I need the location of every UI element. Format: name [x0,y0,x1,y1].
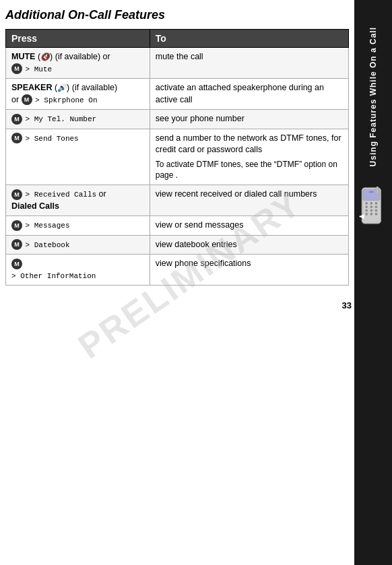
received-description: view recent received or dialed call numb… [156,189,317,199]
svg-point-14 [375,213,378,215]
sendtones-description: send a number to the network as DTMF ton… [156,133,341,155]
svg-rect-17 [360,216,364,218]
svg-rect-15 [376,187,379,195]
table-row: M > Other InforMation view phone specifi… [6,255,349,286]
svg-point-12 [365,213,368,215]
page-title: Additional On-Call Features [5,8,349,22]
to-cell-mytel: see your phone number [150,110,348,129]
table-row: M > My Tel. Number see your phone number [6,110,349,129]
page-number: 33 [0,300,352,310]
mute-icon-symbol: 🔇 [40,53,50,61]
to-cell-other: view phone specifications [150,255,348,286]
other-menu-text: > Other InforMation [11,272,96,280]
mute-label: MUTE [11,52,35,61]
svg-point-10 [370,209,373,212]
svg-point-5 [375,202,378,205]
datebook-description: view datebook entries [156,240,237,249]
sendtones-note: To activate DTMF tones, see the “DTMF” o… [156,159,343,182]
to-cell-messages: view or send messages [150,216,348,236]
sidebar: Using Features While On a Call [354,0,392,565]
to-cell-mute: mute the call [150,48,348,79]
press-cell-speaker: SPEAKER (🔊) (if available) or M > Spkrph… [6,79,150,110]
to-cell-received: view recent received or dialed call numb… [150,185,348,216]
svg-point-7 [370,206,373,209]
svg-point-11 [375,209,378,212]
svg-point-6 [365,206,368,209]
press-cell-received: M > Received Calls or Dialed Calls [6,185,150,216]
to-cell-sendtones: send a number to the network as DTMF ton… [150,129,348,185]
speaker-or: or [11,95,22,104]
col-header-to: To [150,30,348,48]
menu-icon-mute: M [11,63,22,74]
svg-point-13 [370,213,373,215]
col-header-press: Press [6,30,150,48]
received-or: or [99,189,106,199]
other-description: view phone specifications [156,259,251,268]
menu-icon-messages: M [11,220,22,231]
mute-menu-text: > Mute [25,65,52,73]
messages-description: view or send messages [156,220,244,230]
menu-icon-datebook: M [11,239,22,250]
svg-rect-2 [369,191,374,193]
received-menu-text: > Received Calls [25,191,96,199]
sendtones-menu-text: > Send Tones [25,135,78,143]
speaker-icon-symbol: 🔊 [57,84,67,92]
datebook-menu-text: > Datebook [25,241,69,249]
to-cell-datebook: view datebook entries [150,235,348,255]
menu-icon-received: M [11,189,22,200]
speaker-description: activate an attached speakerphone during… [156,83,324,104]
menu-icon-other: M [11,259,22,269]
speaker-label: SPEAKER [11,83,52,92]
dialed-calls-label: Dialed Calls [11,201,59,211]
menu-icon-sendtones: M [11,133,22,143]
features-table: Press To MUTE (🔇) (if available) or M > … [5,29,349,286]
mytel-description: see your phone number [156,114,244,123]
svg-point-9 [365,209,368,212]
press-cell-mute: MUTE (🔇) (if available) or M > Mute [6,48,150,79]
main-content: Additional On-Call Features Press To MUT… [0,0,354,294]
press-cell-datebook: M > Datebook [6,235,150,255]
press-cell-other: M > Other InforMation [6,255,150,286]
mute-description: mute the call [156,52,203,61]
speaker-menu-text: > Spkrphone On [35,96,97,104]
table-row: SPEAKER (🔊) (if available) or M > Spkrph… [6,79,349,110]
sidebar-label: Using Features While On a Call [368,27,378,166]
svg-point-8 [375,206,378,209]
table-row: M > Send Tones send a number to the netw… [6,129,349,185]
menu-icon-mytel: M [11,114,22,125]
table-row: M > Messages view or send messages [6,216,349,236]
mute-available: (if available) or [55,52,110,61]
speaker-available: (if available) [72,83,117,92]
menu-icon-speaker: M [22,94,32,105]
phone-illustration [358,187,389,242]
press-cell-sendtones: M > Send Tones [6,129,150,185]
mytel-menu-text: > My Tel. Number [25,115,96,123]
svg-point-4 [370,202,373,205]
page-container: PRELIMINARY Using Features While On a Ca… [0,0,392,565]
svg-point-3 [365,202,368,205]
press-cell-mytel: M > My Tel. Number [6,110,150,129]
mute-paren: ) [50,52,53,61]
table-row: MUTE (🔇) (if available) or M > Mute mute… [6,48,349,79]
press-cell-messages: M > Messages [6,216,150,236]
messages-menu-text: > Messages [25,222,69,230]
speaker-icon-close: ) [67,83,69,92]
table-row: M > Received Calls or Dialed Calls view … [6,185,349,216]
to-cell-speaker: activate an attached speakerphone during… [150,79,348,110]
table-row: M > Datebook view datebook entries [6,235,349,255]
